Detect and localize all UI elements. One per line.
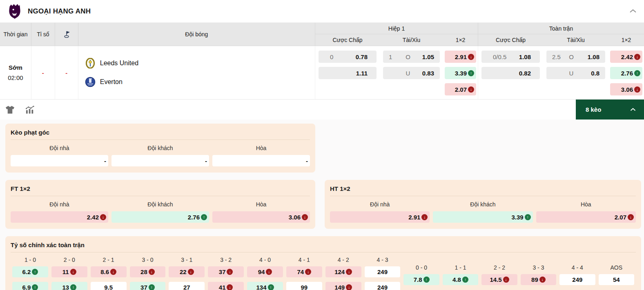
- draw-column-label: Hòa: [212, 201, 310, 208]
- score-odds-cell[interactable]: 37: [208, 266, 244, 277]
- jersey-icon[interactable]: [5, 105, 15, 114]
- ft-handicap-column: 0/0.5 1.08 0.82: [478, 46, 543, 99]
- corner-draw-cell[interactable]: -: [212, 155, 310, 166]
- score-odds-cell[interactable]: 249: [559, 274, 595, 285]
- score-odds-cell[interactable]: 22: [169, 266, 205, 277]
- odds-count-button[interactable]: 8 kèo: [576, 100, 644, 120]
- score-odds-cell[interactable]: 27: [169, 282, 205, 290]
- score-column: 3 - 02837: [128, 254, 167, 290]
- h1-handicap-home-cell[interactable]: 0 0.78: [319, 51, 377, 63]
- h1-1x2-home-cell[interactable]: 2.91: [445, 51, 476, 63]
- score-odds-cell[interactable]: 89: [521, 274, 556, 285]
- ft-handicap-home-cell[interactable]: 0/0.5 1.08: [481, 51, 540, 63]
- score-column: 1 - 06.26.9: [11, 254, 50, 290]
- leeds-united-crest-icon: [85, 58, 96, 69]
- ft-1x2-panel: FT 1×2 Đội nhà 2.42 Đội khách 2.76: [5, 180, 315, 229]
- draw-column-label: Hòa: [536, 201, 636, 208]
- h1-handicap-away-cell[interactable]: 1.11: [319, 67, 377, 79]
- score-odds-cell[interactable]: 124: [325, 266, 361, 277]
- ht-panel-title: HT 1×2: [330, 185, 636, 196]
- score-odds-cell[interactable]: 249: [365, 266, 401, 277]
- h1-over-cell[interactable]: 1 O 1.05: [383, 51, 440, 63]
- trend-icon: [201, 214, 207, 220]
- ft-1x2-away-cell[interactable]: 2.76: [610, 67, 642, 79]
- match-row: Sớm 02:00 - - Leeds United Everton: [0, 46, 644, 100]
- chevron-up-icon: [630, 108, 636, 111]
- ft-panel-away-cell[interactable]: 2.76: [111, 211, 209, 223]
- trend-icon: [634, 70, 640, 76]
- ft-1x2-draw-cell[interactable]: 3.06: [610, 83, 642, 95]
- stats-chart-icon[interactable]: [25, 105, 36, 114]
- subheader-h1-1x2: 1×2: [443, 34, 478, 46]
- draw-score-column: AOS54: [597, 262, 636, 285]
- ht-panel-draw-cell[interactable]: 2.07: [536, 211, 636, 223]
- score-odds-cell[interactable]: 9.5: [91, 282, 127, 290]
- score-odds-cell[interactable]: 11: [51, 266, 87, 277]
- score-odds-cell[interactable]: 54: [599, 274, 634, 285]
- trend-icon: [32, 269, 38, 275]
- score-odds-cell[interactable]: 8.6: [91, 266, 127, 277]
- home-column-label: Đội nhà: [330, 201, 430, 208]
- score-odds-cell[interactable]: 74: [286, 266, 322, 277]
- trend-icon: [70, 269, 76, 275]
- ft-under-cell[interactable]: U 0.8: [546, 67, 605, 79]
- ft-over-cell[interactable]: 2.5 O 1.08: [546, 51, 605, 63]
- away-team-row[interactable]: Everton: [85, 77, 123, 87]
- away-column-label: Đội khách: [111, 145, 209, 151]
- odds-table-header: Thời gian Tỉ số Đội bóng Hiệp 1 Toàn trậ…: [0, 23, 644, 46]
- odds-count-label: 8 kèo: [586, 106, 601, 113]
- corner-home-cell[interactable]: -: [11, 155, 108, 166]
- subheader-ft-1x2: 1×2: [608, 34, 644, 46]
- column-header-score: Tỉ số: [31, 23, 55, 46]
- score-column: 4 - 2124149: [324, 254, 363, 290]
- match-toolbar: 8 kèo: [0, 100, 644, 120]
- score-odds-cell[interactable]: 7.8: [403, 274, 439, 285]
- score-odds-cell[interactable]: 6.9: [12, 282, 48, 290]
- score-odds-cell[interactable]: 13: [51, 282, 87, 290]
- league-title: NGOẠI HẠNG ANH: [28, 7, 91, 15]
- trend-icon: [227, 269, 233, 275]
- h1-under-cell[interactable]: U 0.83: [383, 67, 440, 79]
- h1-1x2-draw-cell[interactable]: 2.07: [445, 83, 476, 95]
- draw-column-label: Hòa: [212, 145, 310, 151]
- trend-icon: [346, 269, 352, 275]
- score-odds-cell[interactable]: 99: [286, 282, 322, 290]
- score-odds-cell[interactable]: 4.8: [443, 274, 478, 285]
- match-corner-cell: -: [55, 46, 78, 99]
- group-header-full-match: Toàn trận: [478, 23, 644, 34]
- ft-panel-home-cell[interactable]: 2.42: [11, 211, 108, 223]
- home-team-row[interactable]: Leeds United: [85, 58, 138, 69]
- trend-icon: [149, 269, 155, 275]
- h1-handicap-column: 0 0.78 1.11: [315, 46, 380, 99]
- score-odds-cell[interactable]: 134: [247, 282, 283, 290]
- score-odds-cell[interactable]: 249: [365, 282, 401, 290]
- home-team-name: Leeds United: [100, 60, 138, 67]
- ft-1x2-column: 2.42 2.76 3.06: [608, 46, 644, 99]
- draw-score-column: 1 - 14.8: [441, 262, 480, 285]
- score-column: 4 - 094134: [245, 254, 285, 290]
- trend-icon: [32, 284, 38, 290]
- ht-panel-away-cell[interactable]: 3.39: [433, 211, 533, 223]
- ft-handicap-away-cell[interactable]: 0.82: [481, 67, 540, 79]
- score-odds-cell[interactable]: 37: [130, 282, 166, 290]
- score-column: 4 - 3249249: [363, 254, 402, 290]
- ft-panel-draw-cell[interactable]: 3.06: [212, 211, 310, 223]
- score-odds-cell[interactable]: 28: [130, 266, 166, 277]
- trend-icon: [634, 86, 640, 93]
- collapse-chevron-up-icon[interactable]: [629, 8, 637, 15]
- ht-panel-home-cell[interactable]: 2.91: [330, 211, 430, 223]
- away-team-name: Everton: [100, 78, 123, 86]
- ft-1x2-home-cell[interactable]: 2.42: [610, 51, 642, 63]
- score-odds-cell[interactable]: 6.2: [12, 266, 48, 277]
- match-score-cell: -: [31, 46, 55, 99]
- score-odds-cell[interactable]: 94: [247, 266, 283, 277]
- corner-away-cell[interactable]: -: [111, 155, 209, 166]
- score-odds-cell[interactable]: 41: [208, 282, 244, 290]
- trend-icon: [525, 214, 531, 220]
- subheader-h1-handicap: Cược Chấp: [315, 34, 380, 46]
- h1-1x2-away-cell[interactable]: 3.39: [445, 67, 476, 79]
- ht-1x2-panel: HT 1×2 Đội nhà 2.91 Đội khách 3.39: [325, 180, 641, 229]
- score-odds-cell[interactable]: 149: [325, 282, 361, 290]
- score-odds-cell[interactable]: 14.5: [481, 274, 517, 285]
- trend-icon: [462, 277, 468, 283]
